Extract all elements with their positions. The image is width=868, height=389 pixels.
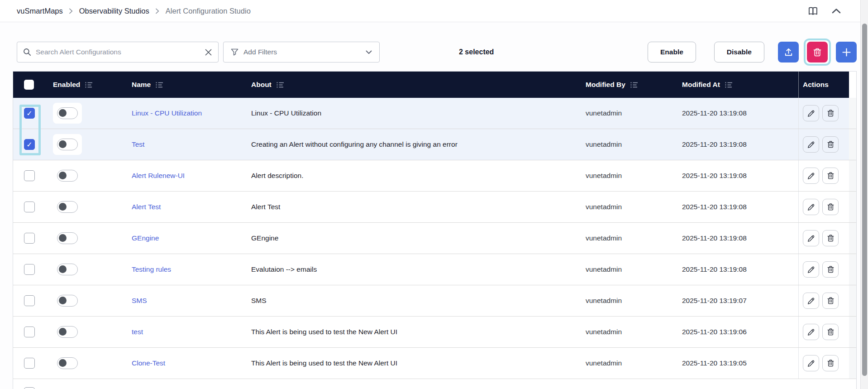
modified-at: 2025-11-20 13:19:06 — [676, 328, 798, 336]
alert-name-link[interactable]: Alert Test — [132, 203, 161, 211]
book-icon[interactable] — [808, 6, 818, 16]
table-row: Clone-Test This Alert is being used to t… — [13, 348, 856, 379]
enabled-toggle[interactable] — [57, 170, 78, 182]
modified-at: 2025-11-20 13:19:08 — [676, 172, 798, 180]
enabled-toggle[interactable] — [57, 295, 78, 307]
delete-row-button[interactable] — [822, 293, 839, 309]
delete-row-button[interactable] — [822, 261, 839, 278]
edit-button[interactable] — [803, 324, 819, 340]
edit-button[interactable] — [803, 136, 819, 153]
enabled-toggle[interactable] — [57, 107, 78, 119]
enabled-toggle[interactable] — [57, 326, 78, 338]
enabled-toggle[interactable] — [57, 264, 78, 275]
edit-button[interactable] — [803, 199, 819, 215]
row-checkbox[interactable] — [24, 202, 35, 212]
edit-button[interactable] — [803, 230, 819, 246]
add-icon — [842, 48, 851, 57]
modified-at: 2025-11-20 13:19:08 — [676, 265, 798, 274]
edit-button[interactable] — [803, 168, 819, 184]
column-menu-icon[interactable] — [85, 82, 93, 88]
breadcrumb-alert-configuration-studio: Alert Configuration Studio — [166, 7, 251, 15]
edit-icon — [807, 359, 815, 367]
column-menu-icon[interactable] — [725, 82, 733, 88]
edit-button[interactable] — [803, 105, 819, 121]
delete-row-button[interactable] — [822, 355, 839, 371]
delete-icon — [813, 48, 822, 57]
alert-name-link[interactable]: Clone-Test — [132, 359, 165, 367]
delete-icon — [827, 140, 835, 149]
delete-row-button[interactable] — [822, 324, 839, 340]
search-icon — [23, 48, 31, 56]
table-row: GEngine GEngine vunetadmin 2025-11-20 13… — [13, 223, 856, 254]
table-row: Linux - CPU Utilization Linux - CPU Util… — [13, 98, 856, 129]
breadcrumb: vuSmartMaps Observability Studios Alert … — [17, 7, 251, 15]
search-input[interactable] — [36, 48, 200, 56]
modified-at: 2025-11-20 13:19:05 — [676, 359, 798, 367]
table-row — [13, 379, 856, 389]
edit-icon — [807, 297, 815, 305]
alert-about: Alert Test — [251, 203, 580, 211]
enable-button[interactable]: Enable — [648, 42, 696, 62]
delete-icon — [827, 297, 835, 305]
row-checkbox[interactable] — [24, 264, 35, 275]
delete-icon — [827, 203, 835, 211]
column-menu-icon[interactable] — [277, 82, 284, 88]
edit-button[interactable] — [803, 293, 819, 309]
alert-name-link[interactable]: test — [132, 328, 143, 336]
modified-by: vunetadmin — [580, 328, 676, 336]
delete-button-highlight — [804, 38, 831, 66]
vertical-scrollbar[interactable] — [860, 0, 868, 389]
table-row: Alert Rulenew-UI Alert description. vune… — [13, 160, 856, 192]
column-menu-icon[interactable] — [630, 82, 638, 88]
alert-name-link[interactable]: Linux - CPU Utilization — [132, 109, 202, 117]
delete-row-button[interactable] — [822, 136, 839, 153]
table-row: Testing rules Evalutaion --> emails vune… — [13, 254, 856, 285]
select-all-checkbox[interactable] — [24, 80, 34, 90]
enabled-toggle[interactable] — [57, 232, 78, 244]
delete-row-button[interactable] — [822, 168, 839, 184]
alert-name-link[interactable]: Testing rules — [132, 265, 171, 274]
modified-at: 2025-11-20 13:19:07 — [676, 297, 798, 305]
chevron-down-icon — [366, 50, 372, 54]
row-checkbox[interactable] — [24, 108, 35, 119]
disable-button[interactable]: Disable — [714, 42, 764, 62]
delete-selected-button[interactable] — [807, 42, 828, 62]
add-filters-dropdown[interactable]: Add Filters — [223, 42, 380, 62]
add-alert-button[interactable] — [836, 42, 857, 62]
edit-button[interactable] — [803, 261, 819, 278]
collapse-icon[interactable] — [832, 8, 841, 14]
row-checkbox[interactable] — [24, 387, 35, 389]
delete-row-button[interactable] — [822, 105, 839, 121]
enabled-toggle[interactable] — [57, 139, 78, 150]
row-checkbox[interactable] — [24, 327, 35, 337]
modified-by: vunetadmin — [580, 203, 676, 211]
row-checkbox[interactable] — [24, 139, 35, 150]
delete-icon — [827, 172, 835, 180]
enabled-toggle[interactable] — [57, 357, 78, 369]
row-checkbox[interactable] — [24, 295, 35, 306]
search-box[interactable] — [17, 42, 219, 62]
delete-row-button[interactable] — [822, 230, 839, 246]
enabled-toggle[interactable] — [57, 201, 78, 213]
row-checkbox[interactable] — [24, 233, 35, 244]
alert-name-link[interactable]: Test — [132, 140, 144, 149]
edit-icon — [807, 265, 815, 274]
alert-about: GEngine — [251, 234, 580, 242]
edit-button[interactable] — [803, 355, 819, 371]
modified-at: 2025-11-20 13:19:08 — [676, 140, 798, 149]
breadcrumb-observability-studios[interactable]: Observability Studios — [79, 7, 149, 15]
delete-row-button[interactable] — [822, 199, 839, 215]
alert-name-link[interactable]: SMS — [132, 297, 147, 305]
alert-name-link[interactable]: GEngine — [132, 234, 159, 242]
row-checkbox[interactable] — [24, 358, 35, 369]
clear-search-icon[interactable] — [205, 49, 212, 56]
scrollbar-thumb[interactable] — [862, 24, 867, 376]
breadcrumb-vusmartmaps[interactable]: vuSmartMaps — [17, 7, 63, 15]
modified-by: vunetadmin — [580, 140, 676, 149]
row-checkbox[interactable] — [24, 170, 35, 181]
alert-name-link[interactable]: Alert Rulenew-UI — [132, 172, 185, 180]
upload-button[interactable] — [778, 42, 799, 62]
alert-about: Evalutaion --> emails — [251, 265, 580, 274]
delete-icon — [827, 328, 835, 336]
column-menu-icon[interactable] — [156, 82, 163, 88]
